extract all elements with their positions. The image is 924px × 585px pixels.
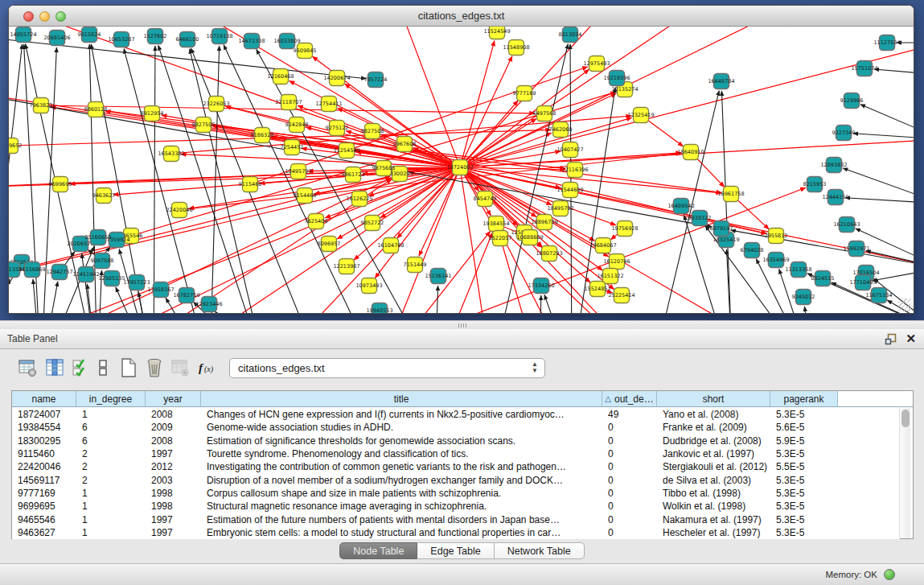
- table-row[interactable]: 1830029562008Estimation of significance …: [12, 435, 900, 447]
- table-cell[interactable]: 18724007: [12, 408, 76, 421]
- table-cell[interactable]: 9699695: [12, 500, 76, 513]
- table-cell[interactable]: 0: [602, 487, 657, 500]
- graph-edge[interactable]: [853, 134, 914, 139]
- tab-network-table[interactable]: Network Table: [495, 542, 585, 559]
- column-header-in_degree[interactable]: in_degree: [76, 391, 146, 406]
- table-cell[interactable]: 5.3E-5: [770, 526, 838, 539]
- table-cell[interactable]: 5.3E-5: [770, 447, 838, 460]
- table-cell[interactable]: 1: [76, 526, 146, 539]
- table-cell[interactable]: Embryonic stem cells: a model to study s…: [201, 526, 602, 539]
- row-height-icon[interactable]: [92, 356, 114, 379]
- table-cell[interactable]: 2: [76, 447, 146, 460]
- table-cell[interactable]: 1: [76, 500, 146, 513]
- panel-splitter[interactable]: [0, 320, 924, 329]
- table-cell[interactable]: de Silva et al. (2003): [657, 473, 770, 486]
- table-cell[interactable]: 0: [602, 421, 657, 434]
- graph-edge[interactable]: [721, 91, 733, 314]
- table-cell[interactable]: 2: [76, 473, 146, 486]
- table-cell[interactable]: 2009: [146, 421, 201, 434]
- table-cell[interactable]: 1997: [146, 447, 201, 460]
- graph-edge[interactable]: [9, 167, 460, 282]
- table-cell[interactable]: 9115460: [12, 447, 76, 460]
- table-cell[interactable]: Dudbridge et al. (2008): [657, 435, 770, 447]
- splitter-handle-icon[interactable]: [458, 323, 466, 328]
- table-row[interactable]: 1938455462009Genome-wide association stu…: [12, 421, 900, 434]
- table-cell[interactable]: Yano et al. (2008): [657, 408, 770, 421]
- table-cell[interactable]: 2: [76, 460, 146, 473]
- close-panel-icon[interactable]: ✕: [906, 332, 916, 346]
- graph-edge[interactable]: [491, 44, 568, 314]
- table-cell[interactable]: Tourette syndrome. Phenomenology and cla…: [201, 447, 602, 460]
- network-window[interactable]: citations_edges.txt 18724007183002951938…: [8, 5, 914, 314]
- table-cell[interactable]: 2003: [146, 473, 201, 486]
- graph-edge[interactable]: [845, 198, 914, 204]
- table-cell[interactable]: 5.3E-5: [770, 500, 838, 513]
- table-cell[interactable]: Structural magnetic resonance image aver…: [201, 500, 602, 513]
- table-cell[interactable]: Nakamura et al. (1997): [657, 513, 770, 525]
- table-cell[interactable]: Estimation of significance thresholds fo…: [201, 435, 602, 447]
- table-cell[interactable]: 5.6E-5: [770, 421, 838, 434]
- new-table-icon[interactable]: [117, 356, 140, 379]
- table-cell[interactable]: 5.3E-5: [770, 473, 838, 486]
- table-row[interactable]: 946362711997Embryonic stem cells: a mode…: [12, 526, 900, 539]
- table-cell[interactable]: 1998: [146, 487, 201, 500]
- table-cell[interactable]: 6: [76, 435, 146, 447]
- scrollbar-thumb[interactable]: [901, 410, 910, 427]
- table-cell[interactable]: 19384554: [12, 421, 76, 434]
- network-canvas[interactable]: 1872400718300295193845549509845121604682…: [9, 27, 914, 314]
- tab-node-table[interactable]: Node Table: [339, 542, 417, 559]
- table-cell[interactable]: 1997: [146, 513, 201, 525]
- delete-column-icon[interactable]: [143, 356, 166, 379]
- table-row[interactable]: 1456911722003Disruption of a novel membe…: [12, 473, 900, 486]
- delete-table-icon[interactable]: [169, 356, 191, 379]
- table-cell[interactable]: 0: [602, 473, 657, 486]
- table-cell[interactable]: 22420046: [12, 460, 76, 473]
- graph-svg[interactable]: 1872400718300295193845549509845121604682…: [9, 27, 914, 314]
- table-cell[interactable]: 0: [602, 500, 657, 513]
- graph-edge[interactable]: [216, 311, 266, 314]
- table-row[interactable]: 1872400712008Changes of HCN gene express…: [12, 408, 900, 421]
- table-cell[interactable]: 5.9E-5: [770, 435, 838, 447]
- table-cell[interactable]: 2008: [146, 408, 201, 421]
- table-cell[interactable]: 0: [602, 447, 657, 460]
- table-settings-icon[interactable]: [16, 356, 39, 379]
- tab-edge-table[interactable]: Edge Table: [417, 542, 494, 559]
- function-builder-icon[interactable]: f(x): [196, 356, 224, 379]
- table-cell[interactable]: Franke et al. (2009): [657, 421, 770, 434]
- table-cell[interactable]: 1: [76, 487, 146, 500]
- table-row[interactable]: 977716911998Corpus callosum shape and si…: [12, 487, 900, 500]
- table-cell[interactable]: 1: [76, 408, 146, 421]
- select-columns-icon[interactable]: [43, 356, 66, 379]
- table-cell[interactable]: 0: [602, 460, 657, 473]
- table-vertical-scrollbar[interactable]: [899, 408, 910, 538]
- network-window-titlebar[interactable]: citations_edges.txt: [9, 6, 914, 27]
- graph-edge[interactable]: [805, 307, 813, 314]
- table-cell[interactable]: 1998: [146, 500, 201, 513]
- table-cell[interactable]: 9777169: [12, 487, 76, 500]
- graph-edge[interactable]: [41, 282, 58, 314]
- table-cell[interactable]: Hescheler et al. (1997): [657, 526, 770, 539]
- table-cell[interactable]: 5.3E-5: [770, 408, 838, 421]
- graph-edge[interactable]: [460, 27, 708, 167]
- table-cell[interactable]: 5.5E-5: [770, 460, 838, 473]
- column-header-name[interactable]: name: [12, 391, 76, 406]
- table-cell[interactable]: 5.3E-5: [770, 513, 838, 525]
- table-row[interactable]: 969969511998Structural magnetic resonanc…: [12, 500, 900, 513]
- table-cell[interactable]: 5.3E-5: [770, 487, 838, 500]
- table-cell[interactable]: 0: [602, 526, 657, 539]
- column-header-out_de[interactable]: △out_de…: [602, 391, 657, 406]
- table-cell[interactable]: Tibbo et al. (1998): [657, 487, 770, 500]
- table-cell[interactable]: 49: [602, 408, 657, 421]
- table-row[interactable]: 911546021997Tourette syndrome. Phenomeno…: [12, 447, 900, 460]
- table-cell[interactable]: 0: [602, 435, 657, 447]
- table-row[interactable]: 2242004622012Investigating the contribut…: [12, 460, 900, 473]
- table-cell[interactable]: 1997: [146, 526, 201, 539]
- table-selector-combobox[interactable]: citations_edges.txt ▲▼: [229, 358, 545, 378]
- table-cell[interactable]: 6: [76, 421, 146, 434]
- column-header-year[interactable]: year: [146, 391, 201, 406]
- table-cell[interactable]: Changes of HCN gene expression and I(f) …: [201, 408, 602, 421]
- table-cell[interactable]: Disruption of a novel member of a sodium…: [201, 473, 602, 486]
- table-cell[interactable]: 9463627: [12, 526, 76, 539]
- column-header-title[interactable]: title: [201, 391, 602, 406]
- column-checklist-icon[interactable]: [69, 356, 92, 379]
